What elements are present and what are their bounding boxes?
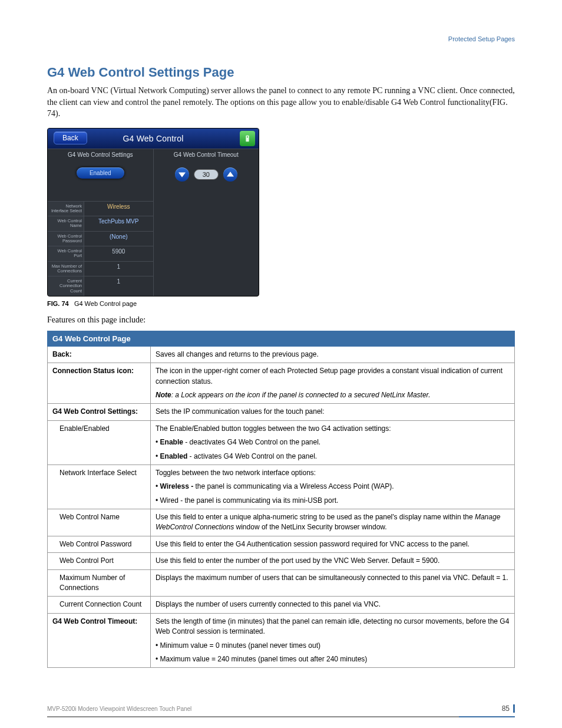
settings-grid: Network Interface SelectWirelessWeb Cont…: [48, 201, 153, 296]
table-row: Current Connection CountDisplays the num…: [48, 597, 515, 613]
setting-value: TechPubs MVP: [84, 216, 153, 231]
table-row: G4 Web Control Timeout:Sets the length o…: [48, 613, 515, 668]
setting-value: 5900: [84, 246, 153, 261]
setting-value: 1: [84, 261, 153, 276]
row-desc: Sets the IP communication values for the…: [151, 404, 515, 420]
row-label: Network Interface Select: [48, 465, 151, 509]
row-label: Web Control Password: [48, 536, 151, 552]
table-row: Web Control NameUse this field to enter …: [48, 509, 515, 536]
footer-product: MVP-5200i Modero Viewpoint Widescreen To…: [47, 706, 191, 712]
intro-paragraph: An on-board VNC (Virtual Network Computi…: [47, 85, 515, 120]
timeout-up-button[interactable]: [223, 167, 237, 182]
setting-value: Wireless: [84, 201, 153, 216]
setting-label: Current Connection Count: [48, 276, 84, 296]
row-label: Maximum Number of Connections: [48, 569, 151, 597]
row-desc: Displays the maximum number of users tha…: [151, 569, 515, 597]
row-desc: Use this field to enter the number of th…: [151, 553, 515, 569]
row-desc: Use this field to enter a unique alpha-n…: [151, 509, 515, 536]
svg-marker-3: [227, 172, 234, 176]
table-row: Back:Saves all changes and returns to th…: [48, 346, 515, 363]
row-label: Enable/Enabled: [48, 420, 151, 465]
setting-value: 1: [84, 276, 153, 296]
g4-panel: Back G4 Web Control G4 Web Control Setti…: [47, 128, 259, 297]
svg-rect-1: [247, 136, 248, 137]
table-row: Connection Status icon:The icon in the u…: [48, 363, 515, 404]
page-title: G4 Web Control Settings Page: [47, 65, 515, 80]
table-row: Enable/EnabledThe Enable/Enabled button …: [48, 420, 515, 465]
setting-label: Web Control Password: [48, 231, 84, 246]
figure-caption: FIG. 74 G4 Web Control page: [47, 300, 515, 307]
row-desc: Saves all changes and returns to the pre…: [151, 346, 515, 363]
row-label: Connection Status icon:: [48, 363, 151, 404]
setting-label: Max Number of Connections: [48, 261, 84, 276]
footer-rule: [47, 716, 515, 717]
panel-body: G4 Web Control Settings Enabled Network …: [48, 149, 259, 296]
left-section-header: G4 Web Control Settings: [48, 149, 153, 160]
footer-pageno: 85: [502, 704, 515, 713]
panel-titlebar: Back G4 Web Control: [48, 129, 259, 149]
row-label: G4 Web Control Settings:: [48, 404, 151, 420]
enable-button[interactable]: Enabled: [77, 167, 124, 179]
timeout-control: 30: [154, 167, 259, 182]
figure-74: Back G4 Web Control G4 Web Control Setti…: [47, 128, 515, 307]
setting-label: Web Control Port: [48, 246, 84, 261]
panel-title-text: G4 Web Control: [123, 134, 184, 143]
row-desc: Use this field to enter the G4 Authentic…: [151, 536, 515, 552]
row-desc: The Enable/Enabled button toggles betwee…: [151, 420, 515, 465]
panel-right-col: G4 Web Control Timeout 30: [154, 149, 259, 296]
svg-marker-2: [178, 172, 186, 177]
panel-left-col: G4 Web Control Settings Enabled Network …: [48, 149, 154, 296]
row-desc: Displays the number of users currently c…: [151, 597, 515, 613]
row-label: Current Connection Count: [48, 597, 151, 613]
right-section-header: G4 Web Control Timeout: [154, 149, 259, 160]
table-header: G4 Web Control Page: [48, 331, 515, 346]
setting-value: (None): [84, 231, 153, 246]
row-label: Web Control Name: [48, 509, 151, 536]
setting-label: Network Interface Select: [48, 201, 84, 216]
figure-caption-text: G4 Web Control page: [74, 300, 137, 307]
table-row: Web Control PasswordUse this field to en…: [48, 536, 515, 552]
connection-status-icon: [240, 131, 255, 146]
row-desc: The icon in the upper-right corner of ea…: [151, 363, 515, 404]
timeout-value: 30: [194, 169, 219, 180]
table-row: Web Control PortUse this field to enter …: [48, 553, 515, 569]
row-desc: Sets the length of time (in minutes) tha…: [151, 613, 515, 668]
figure-number: FIG. 74: [47, 300, 69, 307]
back-button[interactable]: Back: [54, 131, 87, 144]
timeout-down-button[interactable]: [175, 167, 189, 182]
svg-rect-0: [246, 136, 249, 142]
page-footer: MVP-5200i Modero Viewpoint Widescreen To…: [47, 704, 515, 713]
header-section: Protected Setup Pages: [448, 35, 515, 42]
features-intro: Features on this page include:: [47, 315, 515, 325]
features-table: G4 Web Control Page Back:Saves all chang…: [47, 331, 515, 668]
row-label: Back:: [48, 346, 151, 363]
setting-label: Web Control Name: [48, 216, 84, 231]
table-row: G4 Web Control Settings:Sets the IP comm…: [48, 404, 515, 420]
table-row: Maximum Number of ConnectionsDisplays th…: [48, 569, 515, 597]
row-label: Web Control Port: [48, 553, 151, 569]
row-label: G4 Web Control Timeout:: [48, 613, 151, 668]
row-desc: Toggles between the two network interfac…: [151, 465, 515, 509]
table-row: Network Interface SelectToggles between …: [48, 465, 515, 509]
